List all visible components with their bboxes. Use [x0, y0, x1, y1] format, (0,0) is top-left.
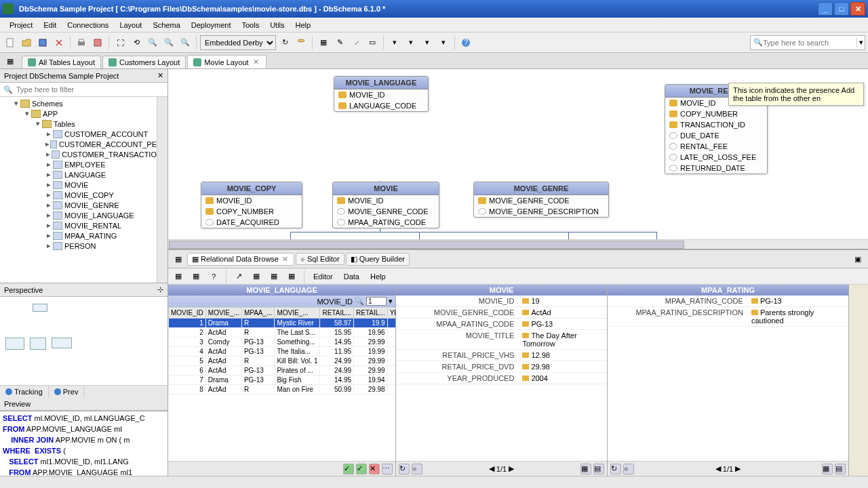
- search-box[interactable]: 🔍 ▾: [750, 35, 865, 50]
- database-dropdown[interactable]: Embedded Derby: [200, 35, 276, 50]
- tree-table[interactable]: ▸MOVIE: [0, 180, 157, 190]
- refresh-icon[interactable]: ↻: [399, 464, 410, 474]
- perspective-thumbnail[interactable]: [0, 297, 167, 385]
- entity-column[interactable]: LATE_OR_LOSS_FEE: [665, 152, 767, 163]
- dropdown4-icon[interactable]: ▾: [436, 35, 451, 50]
- link-icon[interactable]: ⟐: [412, 464, 422, 474]
- zoom-fit-icon[interactable]: ⛶: [113, 35, 127, 50]
- entity-column[interactable]: COPY_NUMBER: [201, 206, 302, 217]
- export-icon[interactable]: [90, 35, 105, 50]
- column-header[interactable]: MOVIE_...: [275, 308, 320, 319]
- entity-column[interactable]: TRANSACTION_ID: [665, 119, 767, 130]
- maximize-panel-icon[interactable]: ▣: [850, 251, 865, 266]
- table-row[interactable]: 8ActAdRMan on Fire50.9929.982004: [169, 385, 396, 394]
- entity-column[interactable]: MOVIE_ID: [334, 89, 428, 100]
- tab-movie[interactable]: Movie Layout✕: [187, 55, 266, 68]
- canvas-hscroll[interactable]: [168, 239, 868, 249]
- tree-tables[interactable]: Tables: [54, 120, 75, 128]
- search-dropdown-icon[interactable]: ▾: [856, 38, 863, 47]
- entity-column[interactable]: MOVIE_ID: [333, 195, 439, 206]
- bt-help[interactable]: Help: [366, 272, 390, 281]
- tab-all-tables[interactable]: All Tables Layout: [22, 56, 101, 68]
- panel-menu-icon[interactable]: ▦: [171, 251, 186, 266]
- entity-column[interactable]: MOVIE_GENRE_CODE: [333, 206, 439, 217]
- tree-table[interactable]: ▸PERSON: [0, 241, 157, 251]
- entity-column[interactable]: MOVIE_GENRE_DESCRIPTION: [474, 206, 608, 217]
- kv-row[interactable]: MPAA_RATING_CODEPG-13: [396, 319, 607, 330]
- form-icon[interactable]: ▤: [835, 464, 846, 474]
- new-icon[interactable]: [3, 35, 18, 50]
- filter-input[interactable]: [366, 297, 387, 306]
- bt-data[interactable]: Data: [340, 272, 363, 281]
- entity-movie-copy[interactable]: MOVIE_COPY MOVIE_IDCOPY_NUMBERDATE_ACQUI…: [201, 182, 302, 228]
- tree-filter-input[interactable]: [15, 84, 166, 95]
- open-icon[interactable]: [19, 35, 34, 50]
- bt-icon[interactable]: ▦: [249, 269, 264, 284]
- entity-column[interactable]: COPY_NUMBER: [665, 108, 767, 119]
- bt-icon[interactable]: ↗: [231, 269, 246, 284]
- bt-editor[interactable]: Editor: [309, 272, 337, 281]
- table-row[interactable]: 7DramaPG-13Big Fish14.9519.942003: [169, 375, 396, 385]
- table-row[interactable]: 6ActAdPG-13Pirates of ...24.9929.992003: [169, 366, 396, 375]
- table-row[interactable]: 3ComdyPG-13Something...14.9529.992003: [169, 338, 396, 347]
- commit-icon[interactable]: ✓: [343, 464, 354, 474]
- tree-table[interactable]: ▸CUSTOMER_TRANSACTIO: [0, 149, 157, 159]
- tab-tracking[interactable]: Tracking: [0, 386, 49, 398]
- tree-table[interactable]: ▸MOVIE_COPY: [0, 190, 157, 200]
- tab-relational-browse[interactable]: ▦Relational Data Browse✕: [187, 253, 294, 266]
- tree-table[interactable]: ▸MOVIE_GENRE: [0, 200, 157, 210]
- entity-column[interactable]: DATE_ACQUIRED: [201, 217, 302, 228]
- dropdown3-icon[interactable]: ▾: [420, 35, 435, 50]
- grid-icon[interactable]: ▦: [822, 464, 833, 474]
- menu-edit[interactable]: Edit: [38, 19, 62, 31]
- db-icon[interactable]: [294, 35, 309, 50]
- menu-utils[interactable]: Utils: [264, 19, 290, 31]
- note-icon[interactable]: ▭: [365, 35, 380, 50]
- pen-icon[interactable]: ✎: [332, 35, 347, 50]
- dropdown1-icon[interactable]: ▾: [387, 35, 402, 50]
- kv-grid[interactable]: MOVIE_ID19MOVIE_GENRE_CODEActAdMPAA_RATI…: [396, 296, 607, 461]
- minimize-button[interactable]: _: [818, 2, 833, 16]
- form-icon[interactable]: ▤: [593, 464, 604, 474]
- column-header[interactable]: MOVIE_ID: [169, 308, 206, 319]
- nav-next-icon[interactable]: ▶: [735, 464, 741, 473]
- tree-schemes[interactable]: Schemes: [32, 100, 63, 108]
- entity-column[interactable]: LANGUAGE_CODE: [334, 100, 428, 111]
- kv-row[interactable]: RETAIL_PRICE_DVD29.98: [396, 361, 607, 373]
- table-row[interactable]: 1DramaRMystic River58.9719.92003: [169, 319, 396, 328]
- kv-row[interactable]: MOVIE_GENRE_CODEActAd: [396, 307, 607, 319]
- kv-grid[interactable]: MPAA_RATING_CODEPG-13MPAA_RATING_DESCRIP…: [608, 296, 848, 461]
- tree-table[interactable]: ▸CUSTOMER_ACCOUNT: [0, 129, 157, 139]
- save-icon[interactable]: [35, 35, 50, 50]
- table-icon[interactable]: ▦: [316, 35, 331, 50]
- tree-app[interactable]: APP: [43, 110, 58, 118]
- tab-sql-editor[interactable]: ⟐Sql Editor: [296, 253, 344, 265]
- nav-prev-icon[interactable]: ◀: [489, 464, 494, 473]
- menu-connections[interactable]: Connections: [62, 19, 114, 31]
- bt-icon[interactable]: ▦: [171, 269, 186, 284]
- kv-row[interactable]: RETAIL_PRICE_VHS12.98: [396, 350, 607, 361]
- tree-table[interactable]: ▸MPAA_RATING: [0, 230, 157, 241]
- entity-column[interactable]: DUE_DATE: [665, 130, 767, 141]
- close-button[interactable]: ✕: [850, 2, 865, 16]
- entity-column[interactable]: MOVIE_ID: [201, 195, 302, 206]
- column-header[interactable]: MPAA_...: [241, 308, 275, 319]
- kv-row[interactable]: YEAR_PRODUCED2004: [396, 373, 607, 384]
- nav-prev-icon[interactable]: ◀: [715, 464, 721, 473]
- zoom-reset-icon[interactable]: 🔍: [161, 35, 176, 50]
- cut-icon[interactable]: [52, 35, 66, 50]
- entity-movie-genre[interactable]: MOVIE_GENRE MOVIE_GENRE_CODEMOVIE_GENRE_…: [473, 182, 609, 218]
- tree-table[interactable]: ▸MOVIE_RENTAL: [0, 220, 157, 230]
- tab-menu-icon[interactable]: ▦: [3, 54, 18, 68]
- column-header[interactable]: MOVIE_...: [205, 308, 241, 319]
- tab-customers[interactable]: Customers Layout: [102, 56, 186, 68]
- discard-icon[interactable]: ✕: [369, 464, 380, 474]
- kv-row[interactable]: MOVIE_ID19: [396, 296, 607, 307]
- bt-help-icon[interactable]: ?: [206, 269, 221, 284]
- bt-icon[interactable]: ▦: [284, 269, 299, 284]
- data-grid[interactable]: MOVIE_IDMOVIE_...MPAA_...MOVIE_...RETAIL…: [168, 307, 395, 461]
- zoom-in-icon[interactable]: 🔍: [145, 35, 160, 50]
- menu-layout[interactable]: Layout: [114, 19, 147, 31]
- entity-column[interactable]: MOVIE_GENRE_CODE: [474, 195, 608, 206]
- tree-scrollbar[interactable]: [157, 97, 167, 283]
